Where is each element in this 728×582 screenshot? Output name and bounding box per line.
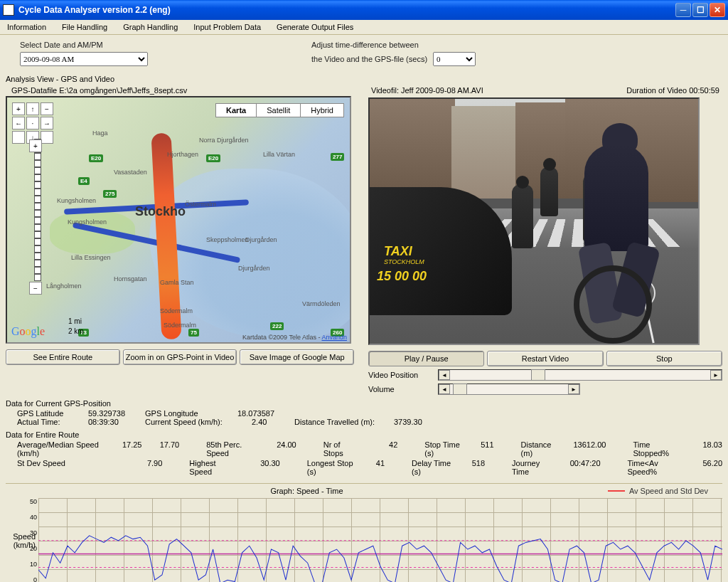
- map-zoom-out[interactable]: −: [29, 282, 42, 295]
- save-map-image-button[interactable]: Save Image of Google Map: [240, 349, 354, 365]
- gps-data-title: Data for Current GPS-Position: [6, 399, 722, 408]
- map-type-switch: Karta Satellit Hybrid: [215, 103, 344, 117]
- chart-plot-area[interactable]: 5040 3020 100: [38, 498, 722, 582]
- menu-information[interactable]: Information: [4, 21, 49, 33]
- map-pan-controls[interactable]: +↑− ←·→ ↓: [11, 102, 54, 144]
- menu-input-problem[interactable]: Input Problem Data: [191, 21, 264, 33]
- volume-slider[interactable]: ◄ ►: [438, 383, 580, 395]
- map-type-hybrid[interactable]: Hybrid: [301, 104, 343, 117]
- app-icon: [3, 4, 14, 16]
- minimize-button[interactable]: ─: [675, 3, 691, 17]
- map-type-satellit[interactable]: Satellit: [257, 104, 301, 117]
- slider-left-arrow[interactable]: ◄: [439, 370, 450, 380]
- video-position-slider[interactable]: ◄ ►: [438, 369, 722, 381]
- menubar: Information File Handling Graph Handling…: [0, 20, 728, 35]
- time-diff-select[interactable]: 0: [433, 52, 476, 66]
- analysis-view-title: Analysis View - GPS and Video: [6, 73, 722, 85]
- videofile-label: Videofil: Jeff 2009-09-08 AM.AVI: [371, 86, 483, 95]
- speed-time-chart: Graph: Speed - Time Av Speed and Std Dev…: [6, 483, 722, 582]
- stop-button[interactable]: Stop: [606, 351, 722, 366]
- chart-title: Graph: Speed - Time: [6, 487, 608, 495]
- chart-legend: Av Speed and Std Dev: [608, 487, 722, 495]
- window-title: Cycle Data Analyser version 2.2 (eng): [18, 5, 675, 15]
- video-duration-label: Duration of Video 00:50:59: [626, 86, 719, 95]
- close-button[interactable]: ✕: [710, 3, 725, 17]
- video-view[interactable]: TAXI STOCKHOLM 15 00 00 🚲: [368, 97, 700, 345]
- menu-graph-handling[interactable]: Graph Handling: [120, 21, 181, 33]
- date-label: Select Date and AM/PM: [20, 41, 148, 49]
- map-zoom-slider[interactable]: [34, 139, 41, 281]
- taxi-text: TAXI: [384, 244, 412, 259]
- menu-generate-output[interactable]: Generate Output Files: [274, 21, 356, 33]
- date-select[interactable]: 2009-09-08 AM: [20, 52, 148, 66]
- menu-file-handling[interactable]: File Handling: [59, 21, 110, 33]
- maximize-button[interactable]: ☐: [692, 3, 708, 17]
- map-view[interactable]: Stockho Kungsholmen Haga Östermalm Gamla…: [6, 96, 351, 344]
- map-zoom-in[interactable]: +: [29, 139, 42, 152]
- google-logo: Google: [11, 325, 45, 338]
- time-diff-label-1: Adjust time-difference between: [311, 41, 476, 49]
- video-position-label: Video Position: [368, 371, 432, 379]
- volume-label: Volume: [368, 385, 432, 393]
- map-type-karta[interactable]: Karta: [216, 104, 257, 117]
- map-credits: Kartdata ©2009 Tele Atlas - Användn: [242, 334, 347, 341]
- see-entire-route-button[interactable]: See Entire Route: [6, 349, 120, 365]
- play-pause-button[interactable]: Play / Pause: [368, 351, 484, 366]
- time-diff-label-2: the Video and the GPS-file (secs): [311, 55, 427, 63]
- slider-right-arrow[interactable]: ►: [710, 370, 722, 380]
- gps-datafile-label: GPS-Datafile E:\2a omgången\Jeff\Jeffs_8…: [6, 85, 354, 96]
- zoom-gps-point-button[interactable]: Zoom in on GPS-Point in Video: [123, 349, 237, 365]
- restart-video-button[interactable]: Restart Video: [487, 351, 603, 366]
- map-city-label: Stockho: [135, 204, 186, 219]
- route-data-title: Data for Entire Route: [6, 430, 722, 439]
